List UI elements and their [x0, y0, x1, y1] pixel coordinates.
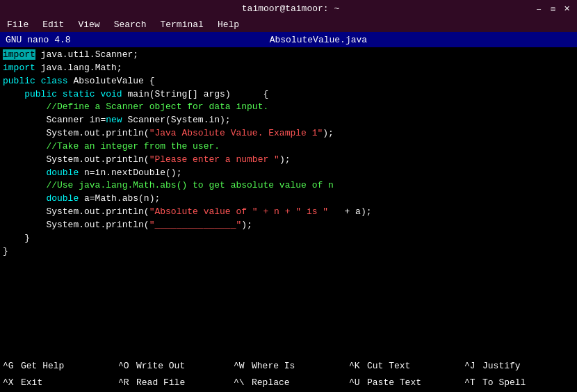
code-line-6: Scanner in=new Scanner(System.in); — [3, 114, 574, 127]
key-write-out: ^O — [118, 361, 133, 371]
shortcut-justify: ^J Justify — [462, 357, 577, 374]
label-replace: Replace — [252, 377, 290, 388]
shortcut-cut-text: ^K Cut Text — [346, 357, 462, 374]
label-read-file: Read File — [136, 377, 185, 388]
titlebar-title: taimoor@taimoor: ~ — [242, 3, 339, 14]
label-exit: Exit — [21, 377, 42, 388]
menu-terminal[interactable]: Terminal — [157, 19, 206, 30]
nano-filename: AbsoluteValue.java — [270, 35, 367, 45]
menu-file[interactable]: File — [4, 19, 31, 30]
nano-right — [566, 35, 571, 45]
shortcut-col-2: ^O Write Out ^R Read File — [115, 356, 231, 392]
label-paste-text: Paste Text — [367, 377, 421, 388]
restore-button[interactable]: ⧈ — [548, 3, 558, 13]
shortcut-where-is: ^W Where Is — [231, 357, 346, 374]
editor[interactable]: import java.util.Scanner; import java.la… — [0, 47, 577, 342]
code-line-5: //Define a Scanner object for data input… — [3, 101, 574, 114]
shortcut-to-spell: ^T To Spell — [462, 374, 577, 391]
label-get-help: Get Help — [21, 361, 64, 371]
menu-search[interactable]: Search — [111, 19, 149, 30]
code-line-16: } — [3, 245, 574, 259]
code-line-7: System.out.println("Java Absolute Value.… — [3, 127, 574, 140]
shortcut-col-1: ^G Get Help ^X Exit — [0, 356, 115, 392]
code-line-14: System.out.println("_______________"); — [3, 219, 574, 232]
shortcut-paste-text: ^U Paste Text — [346, 374, 462, 391]
code-line-9: System.out.println("Please enter a numbe… — [3, 154, 574, 167]
shortcut-replace: ^\ Replace — [231, 374, 346, 391]
label-where-is: Where Is — [252, 361, 295, 371]
key-where-is: ^W — [234, 361, 249, 371]
code-line-15: } — [3, 232, 574, 245]
shortcut-exit: ^X Exit — [0, 374, 115, 391]
key-cut-text: ^K — [349, 361, 364, 371]
titlebar: taimoor@taimoor: ~ – ⧈ ✕ — [0, 0, 577, 17]
code-line-12: double a=Math.abs(n); — [3, 193, 574, 206]
menubar: File Edit View Search Terminal Help — [0, 17, 577, 32]
window-controls: – ⧈ ✕ — [534, 3, 571, 13]
shortcut-col-4: ^K Cut Text ^U Paste Text — [346, 356, 462, 392]
label-to-spell: To Spell — [482, 377, 526, 388]
shortcut-col-3: ^W Where Is ^\ Replace — [231, 356, 346, 392]
code-line-3: public class AbsoluteValue { — [3, 75, 574, 88]
label-cut-text: Cut Text — [367, 361, 410, 371]
key-replace: ^\ — [234, 377, 249, 388]
code-line-2: import java.lang.Math; — [3, 62, 574, 75]
key-to-spell: ^T — [464, 377, 480, 388]
code-line-13: System.out.println("Absolute value of " … — [3, 206, 574, 219]
label-write-out: Write Out — [136, 361, 185, 371]
shortcut-bar: ^G Get Help ^X Exit ^O Write Out ^R Read… — [0, 356, 577, 392]
nano-version: GNU nano 4.8 — [6, 35, 71, 45]
label-justify: Justify — [482, 361, 521, 371]
code-line-11: //Use java.lang.Math.abs() to get absolu… — [3, 179, 574, 193]
minimize-button[interactable]: – — [534, 3, 544, 13]
menu-edit[interactable]: Edit — [40, 19, 67, 30]
key-paste-text: ^U — [349, 377, 364, 388]
code-line-10: double n=in.nextDouble(); — [3, 167, 574, 180]
close-button[interactable]: ✕ — [562, 3, 571, 13]
key-get-help: ^G — [3, 361, 18, 371]
menu-view[interactable]: View — [75, 19, 102, 30]
shortcut-get-help: ^G Get Help — [0, 357, 115, 374]
nano-header: GNU nano 4.8 AbsoluteValue.java — [0, 32, 577, 47]
separator — [0, 342, 577, 356]
shortcut-read-file: ^R Read File — [115, 374, 231, 391]
key-read-file: ^R — [118, 377, 133, 388]
shortcut-col-5: ^J Justify ^T To Spell — [462, 356, 577, 392]
code-line-4: public static void main(String[] args) { — [3, 88, 574, 101]
shortcut-write-out: ^O Write Out — [115, 357, 231, 374]
key-justify: ^J — [464, 361, 480, 371]
key-exit: ^X — [3, 377, 18, 388]
code-line-8: //Take an integer from the user. — [3, 140, 574, 154]
menu-help[interactable]: Help — [215, 19, 242, 30]
code-line-1: import java.util.Scanner; — [3, 49, 574, 62]
